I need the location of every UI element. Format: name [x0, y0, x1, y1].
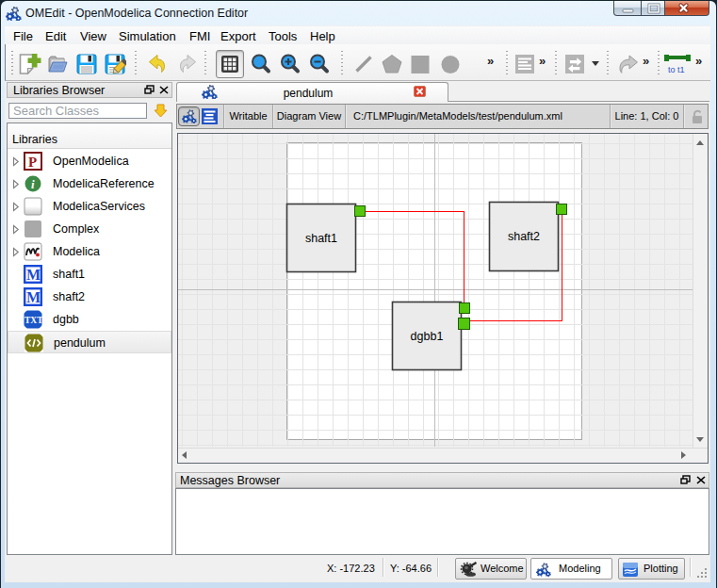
svg-text:shaft2: shaft2 [508, 230, 540, 243]
svg-text:M: M [26, 267, 41, 283]
svg-text:i: i [31, 177, 35, 191]
svg-text:P: P [28, 155, 37, 170]
svg-text:to t1: to t1 [668, 65, 685, 74]
svg-text:TXT: TXT [24, 316, 42, 325]
svg-text:dgbb1: dgbb1 [411, 330, 444, 343]
svg-text:shaft1: shaft1 [305, 232, 337, 245]
svg-text:M: M [26, 289, 41, 305]
